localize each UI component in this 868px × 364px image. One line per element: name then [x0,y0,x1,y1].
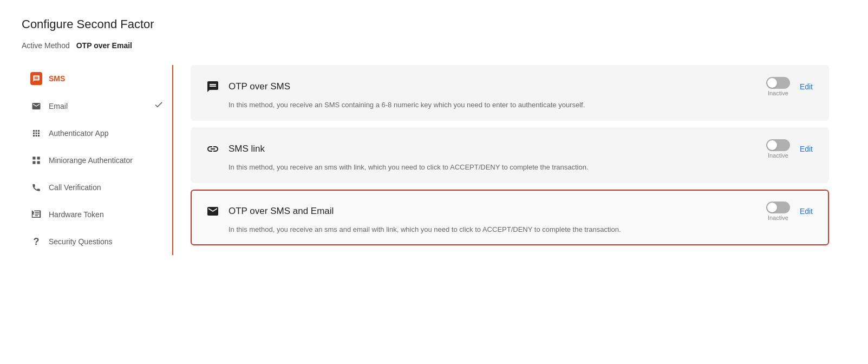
active-method-value: OTP over Email [76,41,132,50]
method-card-otp-sms: OTP over SMS Inactive Edit In this metho… [191,65,829,121]
method-title-row-otp-sms: OTP over SMS [205,80,290,93]
security-questions-icon: ? [30,236,42,248]
sidebar-label-security: Security Questions [49,237,113,246]
method-card-sms-link: SMS link Inactive Edit In this method, y… [191,127,829,183]
otp-sms-email-edit-button[interactable]: Edit [798,207,815,216]
sidebar-label-email: Email [49,102,68,110]
authenticator-app-icon [30,127,42,139]
sidebar-item-authenticator-app[interactable]: Authenticator App [22,120,172,147]
otp-sms-edit-button[interactable]: Edit [798,82,815,91]
otp-sms-toggle-wrapper: Inactive [766,77,790,96]
page-container: Configure Second Factor Active Method OT… [0,0,868,364]
otp-sms-email-controls: Inactive Edit [766,202,815,221]
otp-sms-icon [205,80,221,93]
otp-sms-toggle[interactable] [766,77,790,89]
method-title-row-otp-sms-email: OTP over SMS and Email [205,205,334,218]
svg-rect-3 [37,161,40,164]
sms-link-controls: Inactive Edit [766,139,815,159]
sidebar-item-email[interactable]: Email [22,92,172,120]
method-title-row-sms-link: SMS link [205,142,265,155]
sidebar-item-call[interactable]: Call Verification [22,174,172,201]
main-content: SMS Email Authenticator App [22,65,846,255]
svg-rect-0 [32,157,35,159]
otp-sms-email-toggle-wrapper: Inactive [766,202,790,221]
sidebar-label-authenticator-app: Authenticator App [49,129,109,138]
otp-sms-email-toggle-label: Inactive [768,214,788,221]
sidebar-item-security-questions[interactable]: ? Security Questions [22,228,172,255]
email-sidebar-icon [30,100,42,112]
sms-link-edit-button[interactable]: Edit [798,145,815,153]
otp-sms-description: In this method, you receive an SMS conta… [229,101,815,109]
otp-sms-email-title: OTP over SMS and Email [229,206,334,217]
hardware-icon [30,209,42,220]
sidebar-item-miniorange[interactable]: Miniorange Authenticator [22,147,172,174]
sidebar-label-miniorange: Miniorange Authenticator [49,156,133,165]
otp-sms-email-icon [205,205,221,218]
cards-area: OTP over SMS Inactive Edit In this metho… [173,65,846,255]
miniorange-icon [30,154,42,166]
active-method-label: Active Method [22,41,70,50]
call-icon [30,181,42,193]
svg-rect-1 [37,157,40,159]
svg-rect-2 [32,161,35,164]
otp-sms-email-description: In this method, you receive an sms and e… [229,225,815,233]
sms-link-icon [205,142,221,155]
otp-sms-title: OTP over SMS [229,81,290,92]
sidebar-item-hardware[interactable]: Hardware Token [22,201,172,228]
sidebar-label-sms: SMS [49,74,65,83]
sidebar: SMS Email Authenticator App [22,65,173,255]
otp-sms-toggle-label: Inactive [768,90,788,96]
sms-link-title: SMS link [229,144,265,154]
sms-link-toggle[interactable] [766,139,790,151]
check-icon-email [154,100,164,112]
active-method-row: Active Method OTP over Email [22,41,846,50]
otp-sms-email-toggle[interactable] [766,202,790,213]
page-title: Configure Second Factor [22,17,846,31]
sms-icon [30,73,42,84]
method-card-top-otp-sms-email: OTP over SMS and Email Inactive Edit [205,202,815,221]
otp-sms-controls: Inactive Edit [766,77,815,96]
sms-link-description: In this method, you receive an sms with … [229,163,815,171]
sms-link-toggle-label: Inactive [768,152,788,159]
method-card-top-sms-link: SMS link Inactive Edit [205,139,815,159]
sidebar-label-call: Call Verification [49,183,101,192]
sidebar-label-hardware: Hardware Token [49,210,104,219]
sms-link-toggle-wrapper: Inactive [766,139,790,159]
sidebar-item-sms[interactable]: SMS [22,65,172,92]
method-card-otp-sms-email: OTP over SMS and Email Inactive Edit In … [191,190,829,245]
method-card-top-otp-sms: OTP over SMS Inactive Edit [205,77,815,96]
